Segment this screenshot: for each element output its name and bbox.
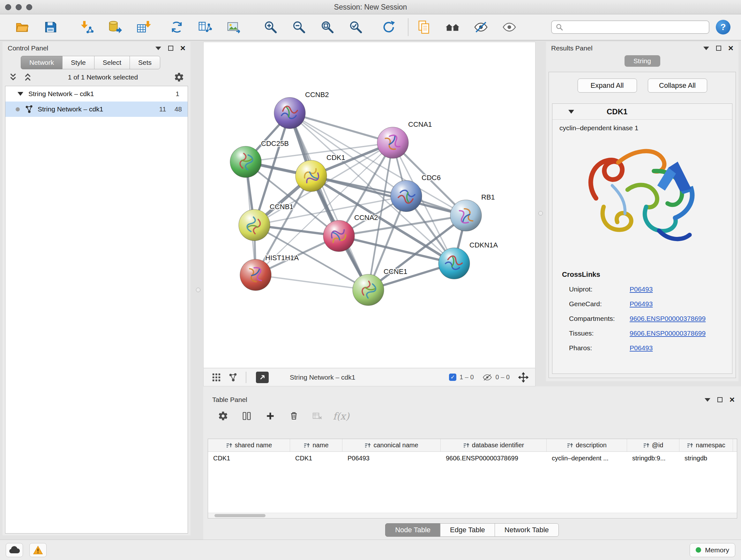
network-from-table-button[interactable] (196, 18, 214, 37)
zoom-fit-button[interactable] (318, 18, 337, 37)
zoom-out-button[interactable] (290, 18, 308, 37)
table-toolbar: f(x) (203, 406, 741, 426)
crosslink-value-link[interactable]: 9606.ENSP00000378699 (630, 315, 705, 322)
export-image-button[interactable] (224, 18, 243, 37)
column-header-canonical-name[interactable]: canonical name (342, 439, 441, 451)
help-button[interactable]: ? (716, 20, 731, 35)
left-splitter-handle[interactable] (196, 288, 200, 292)
table-cell[interactable]: P06493 (342, 452, 441, 464)
table-cell[interactable]: 9606.ENSP00000378699 (441, 452, 547, 464)
crosslink-label: Uniprot: (569, 286, 630, 293)
results-close-icon[interactable]: × (728, 45, 733, 51)
refresh-layout-button[interactable] (380, 18, 398, 37)
search-input[interactable] (566, 23, 705, 31)
warnings-button[interactable] (29, 543, 47, 557)
table-settings-button[interactable] (217, 410, 229, 422)
expand-all-button[interactable]: Expand All (578, 78, 637, 92)
tab-network-table[interactable]: Network Table (495, 523, 559, 537)
crosslink-value-link[interactable]: P06493 (630, 344, 653, 352)
network-view-title: String Network – cdk1 (290, 374, 355, 381)
clear-table-button[interactable] (311, 410, 324, 422)
table-cell[interactable]: CDK1 (208, 452, 290, 464)
tree-expand-icon[interactable] (17, 92, 23, 96)
memory-button[interactable]: Memory (690, 543, 735, 557)
expand-all-icon[interactable] (23, 72, 32, 82)
zoom-window-button[interactable] (26, 4, 32, 10)
column-header--id[interactable]: @id (627, 439, 679, 451)
crosslink-value-link[interactable]: P06493 (630, 300, 653, 308)
delete-column-button[interactable] (287, 410, 300, 422)
hide-selected-button[interactable] (472, 18, 490, 37)
zoom-selected-button[interactable] (347, 18, 365, 37)
network-canvas[interactable]: CCNB2CCNA1CDC25BCDK1CDC6RB1CCNB1CCNA2CDK… (203, 42, 536, 368)
import-table-button[interactable] (134, 18, 153, 37)
right-splitter-handle[interactable] (538, 211, 543, 215)
pan-crosshair-icon[interactable] (518, 372, 529, 383)
import-network-file-button[interactable] (77, 18, 96, 37)
column-header-database-identifier[interactable]: database identifier (441, 439, 547, 451)
add-column-button[interactable] (264, 410, 277, 422)
minimize-window-button[interactable] (16, 4, 22, 10)
save-session-button[interactable] (41, 18, 60, 37)
column-header-description[interactable]: description (547, 439, 627, 451)
network-collection-row[interactable]: String Network – cdk1 1 (5, 86, 188, 102)
panel-float-icon[interactable] (168, 46, 173, 51)
selected-checkbox[interactable]: ✓ (449, 374, 456, 381)
open-session-button[interactable] (13, 18, 31, 37)
close-window-button[interactable] (5, 4, 11, 10)
protein-section-header[interactable]: CDK1 (552, 104, 732, 120)
column-header-name[interactable]: name (290, 439, 342, 451)
table-cell[interactable]: CDK1 (290, 452, 342, 464)
collapse-all-icon[interactable] (9, 72, 17, 82)
crosslink-value-link[interactable]: P06493 (630, 286, 653, 293)
tab-node-table[interactable]: Node Table (385, 523, 441, 537)
share-network-icon[interactable] (228, 373, 238, 382)
table-cell[interactable]: stringdb (679, 452, 733, 464)
panel-collapse-icon[interactable] (155, 47, 161, 50)
network-edge-HIST1H1A-CCNE1[interactable] (256, 275, 368, 290)
function-builder-button[interactable]: f(x) (335, 410, 347, 422)
tab-select[interactable]: Select (94, 56, 130, 69)
crosslinks-title: CrossLinks (552, 265, 732, 282)
crosslink-value-link[interactable]: 9606.ENSP00000378699 (630, 329, 705, 337)
column-header-shared-name[interactable]: shared name (208, 439, 290, 451)
table-cell[interactable]: cyclin–dependent ... (547, 452, 627, 464)
table-delete-icon (312, 411, 323, 421)
grid-view-icon[interactable] (212, 373, 221, 382)
table-cell[interactable]: stringdb:9... (627, 452, 679, 464)
new-network-button[interactable] (167, 18, 186, 37)
table-float-icon[interactable] (718, 397, 723, 402)
crosslink-label: Pharos: (569, 344, 630, 352)
search-box[interactable] (551, 20, 710, 34)
network-graph[interactable]: CCNB2CCNA1CDC25BCDK1CDC6RB1CCNB1CCNA2CDK… (204, 42, 536, 368)
scrollbar-thumb[interactable] (214, 514, 266, 517)
tab-sets[interactable]: Sets (130, 56, 160, 69)
open-in-new-window-button[interactable] (256, 372, 269, 383)
zoom-in-button[interactable] (261, 18, 280, 37)
copy-document-button[interactable] (415, 18, 433, 37)
home-button[interactable] (443, 18, 462, 37)
show-all-button[interactable] (500, 18, 519, 37)
network-edge-CCNB2-CCNE1[interactable] (290, 113, 368, 290)
string-results-box: Expand All Collapse All CDK1 cyclin–depe… (549, 72, 736, 378)
table-collapse-icon[interactable] (704, 398, 711, 401)
tab-style[interactable]: Style (62, 56, 94, 69)
string-tab[interactable]: String (624, 55, 660, 67)
network-row-selected[interactable]: String Network – cdk1 11 48 (5, 102, 188, 117)
gear-icon[interactable] (174, 72, 184, 82)
table-row[interactable]: CDK1CDK1P064939606.ENSP00000378699cyclin… (208, 452, 737, 464)
tab-network[interactable]: Network (21, 56, 63, 69)
column-header-namespac[interactable]: namespac (679, 439, 733, 451)
section-collapse-icon[interactable] (568, 110, 574, 114)
cloud-status-button[interactable] (6, 543, 23, 557)
table-horizontal-scrollbar[interactable] (208, 513, 737, 518)
collapse-all-button[interactable]: Collapse All (648, 78, 707, 92)
results-float-icon[interactable] (716, 46, 721, 51)
show-columns-button[interactable] (240, 410, 253, 422)
results-collapse-icon[interactable] (703, 47, 709, 50)
table-close-icon[interactable]: × (730, 396, 735, 403)
network-node-count: 11 (159, 105, 166, 113)
panel-close-icon[interactable]: × (180, 45, 185, 51)
tab-edge-table[interactable]: Edge Table (440, 523, 495, 537)
import-network-database-button[interactable] (106, 18, 125, 37)
